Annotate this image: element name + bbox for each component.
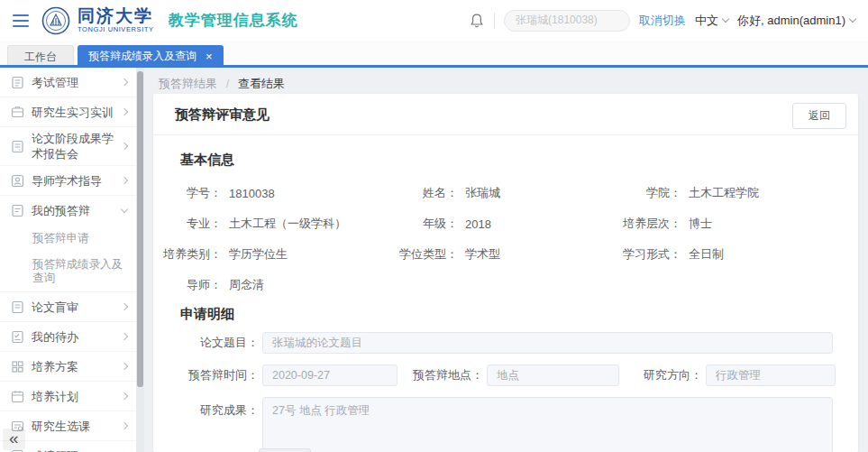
field-value: 土木工程（一级学科） <box>229 216 346 232</box>
field-label: 姓名： <box>395 185 458 201</box>
chevron-right-icon <box>121 78 128 86</box>
sidebar-item-advisor-guidance[interactable]: 导师学术指导 <box>0 166 136 196</box>
sidebar-item-training-plan[interactable]: 培养计划 <box>0 382 136 411</box>
header-divider <box>494 13 495 29</box>
back-button[interactable]: 返回 <box>792 103 846 129</box>
field-training-category: 培养类别： 学历学位生 <box>159 239 395 270</box>
chevron-right-icon <box>121 143 128 150</box>
sidebar-subitem-predefense-apply[interactable]: 预答辩申请 <box>0 226 136 252</box>
language-selector[interactable]: 中文 <box>695 13 728 29</box>
notification-bell-icon[interactable] <box>469 13 485 29</box>
field-grade-year: 年级： 2018 <box>395 208 602 239</box>
predefense-submenu: 预答辩申请 预答辩成绩录入及查询 <box>0 226 136 292</box>
sidebar-item-internship[interactable]: 研究生实习实训 <box>0 97 136 127</box>
university-name-cn: 同济大学 <box>78 7 154 24</box>
app-header: 同济大学 TONGJI UNIVERSITY 教学管理信息系统 张瑞城(1810… <box>0 0 868 41</box>
sidebar-nav: 考试管理 研究生实习实训 论文阶段成果学术报告会 导师学术指导 我的预答辩 预答… <box>0 68 136 452</box>
sidebar-item-label: 我的预答辩 <box>32 203 118 218</box>
hamburger-menu-icon[interactable] <box>13 14 29 27</box>
research-results-textarea[interactable]: 27号 地点 行政管理 <box>262 397 833 452</box>
chevron-down-icon <box>722 15 729 23</box>
field-label: 培养类别： <box>159 246 222 263</box>
sidebar-item-exam-management[interactable]: 考试管理 <box>0 68 136 97</box>
calendar-icon <box>11 390 24 403</box>
thesis-title-row: 论文题目： 张瑞城的论文题目 <box>174 332 858 354</box>
page-title: 预答辩评审意见 <box>175 106 270 124</box>
breadcrumb-parent[interactable]: 预答辩结果 <box>159 77 217 90</box>
breadcrumb: 预答辩结果 / 查看结果 <box>144 68 868 92</box>
close-icon[interactable]: × <box>206 51 213 62</box>
exam-icon <box>11 76 24 89</box>
field-label: 培养层次： <box>602 216 681 232</box>
field-value: 2018 <box>465 217 491 231</box>
field-value: 学历学位生 <box>229 246 288 263</box>
field-supervisor: 导师： 周念清 <box>159 270 395 300</box>
research-direction-input[interactable]: 行政管理 <box>706 364 836 386</box>
breadcrumb-separator-icon: / <box>226 77 230 90</box>
sidebar-collapse-icon[interactable]: « <box>3 429 25 450</box>
chevron-right-icon <box>121 108 128 115</box>
field-value: 博士 <box>689 216 712 232</box>
partial-bottom-element[interactable] <box>259 448 311 452</box>
language-label: 中文 <box>695 13 718 29</box>
impersonated-user-input[interactable]: 张瑞城(1810038) <box>504 10 630 32</box>
sidebar-item-my-predefense[interactable]: 我的预答辩 <box>0 196 136 226</box>
research-results-row: 研究成果： 27号 地点 行政管理 <box>174 397 858 452</box>
defense-place-input[interactable]: 地点 <box>487 364 619 386</box>
thesis-title-input[interactable]: 张瑞城的论文题目 <box>262 332 833 354</box>
breadcrumb-current: 查看结果 <box>238 77 285 90</box>
tab-label: 工作台 <box>24 50 57 65</box>
field-value: 学术型 <box>465 246 500 263</box>
field-training-level: 培养层次： 博士 <box>602 208 840 239</box>
chevron-down-icon <box>121 206 128 213</box>
basic-info-grid: 学号： 1810038 姓名： 张瑞城 学院： 土木工程学院 专业： 土木工程（… <box>159 178 840 300</box>
field-major: 专业： 土木工程（一级学科） <box>159 208 395 239</box>
active-tab-underline <box>0 65 868 68</box>
app-title: 教学管理信息系统 <box>169 10 298 31</box>
sidebar-item-label: 成绩管理 <box>32 448 118 452</box>
sidebar-scrollbar-thumb[interactable] <box>137 71 143 387</box>
sidebar-item-label: 研究生选课 <box>32 419 118 434</box>
open-tabs-bar: 工作台 预答辩成绩录入及查询 × <box>0 41 868 68</box>
sidebar-subitem-predefense-scores[interactable]: 预答辩成绩录入及查询 <box>0 252 136 291</box>
section-heading-application-detail: 申请明细 <box>180 306 858 323</box>
chevron-right-icon <box>121 392 128 400</box>
internship-icon <box>11 106 24 119</box>
field-degree-type: 学位类型： 学术型 <box>395 239 602 270</box>
field-label: 研究成果： <box>174 397 259 419</box>
field-college: 学院： 土木工程学院 <box>602 178 840 208</box>
chevron-right-icon <box>121 333 128 340</box>
field-value: 周念清 <box>229 277 264 293</box>
defense-time-input[interactable]: 2020-09-27 <box>262 364 397 386</box>
sidebar-item-label: 培养计划 <box>32 389 118 404</box>
greeting-label: 你好, admin(admin1) <box>737 13 845 29</box>
sidebar-item-training-program[interactable]: 培养方案 <box>0 352 136 382</box>
tongji-logo <box>41 6 70 35</box>
field-label: 专业： <box>159 216 222 232</box>
field-value: 张瑞城 <box>465 185 500 201</box>
user-menu[interactable]: 你好, admin(admin1) <box>737 13 855 29</box>
field-label: 学习形式： <box>602 246 681 263</box>
field-student-id: 学号： 1810038 <box>159 178 395 208</box>
field-study-form: 学习形式： 全日制 <box>602 239 840 270</box>
advisor-icon <box>11 174 24 188</box>
chevron-right-icon <box>121 303 128 310</box>
main-content: 预答辩结果 / 查看结果 预答辩评审意见 返回 基本信息 学号： 1810038… <box>144 68 868 452</box>
sidebar-item-blind-review[interactable]: 论文盲审 <box>0 292 136 322</box>
field-label: 学号： <box>159 185 222 201</box>
sidebar-item-todo[interactable]: 我的待办 <box>0 322 136 352</box>
sidebar-item-thesis-report[interactable]: 论文阶段成果学术报告会 <box>0 127 136 166</box>
chevron-right-icon <box>121 177 128 184</box>
field-label: 研究方向： <box>619 367 702 383</box>
sidebar-scrollbar-track[interactable] <box>136 68 144 452</box>
field-label: 预答辩地点： <box>397 367 483 383</box>
field-label: 导师： <box>159 277 222 293</box>
chevron-right-icon <box>121 363 128 370</box>
sidebar-item-label: 论文盲审 <box>32 300 118 315</box>
field-value: 全日制 <box>689 246 724 263</box>
sidebar-item-label: 培养方案 <box>32 359 118 374</box>
application-detail-form: 论文题目： 张瑞城的论文题目 预答辩时间： 2020-09-27 预答辩地点： … <box>174 332 858 452</box>
field-value: 1810038 <box>229 187 275 200</box>
chevron-down-icon <box>849 15 856 23</box>
cancel-switch-link[interactable]: 取消切换 <box>639 13 686 29</box>
